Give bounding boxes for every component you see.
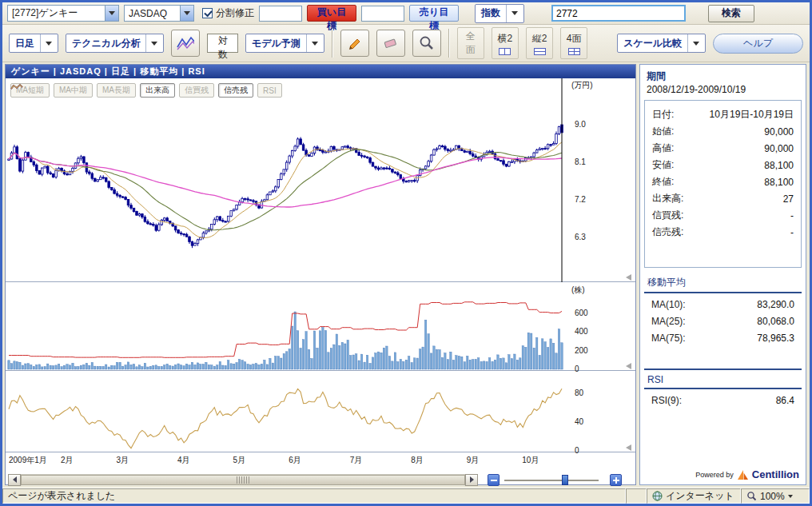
legend-toggle-ma-long[interactable]: MA長期 <box>97 83 136 98</box>
period-dropdown[interactable]: 日足 <box>9 34 58 53</box>
volume-chart[interactable] <box>6 283 570 371</box>
rsi-scale-handle[interactable] <box>626 444 631 451</box>
log-scale-button[interactable]: 対数 <box>207 34 238 53</box>
chart-body: MA短期MA中期MA長期出来高信買残信売残RSI (万円) 9.08.17.26… <box>6 78 635 484</box>
month-label: 9月 <box>467 455 480 466</box>
time-axis: 2009年1月2月3月4月5月6月7月8月9月10月 <box>6 453 635 466</box>
month-label: 4月 <box>177 455 190 466</box>
volume-tick-label: 200 <box>575 346 588 355</box>
internet-zone-icon <box>652 491 663 501</box>
legend-toggle-volume[interactable]: 出来高 <box>140 83 175 98</box>
month-label: 3月 <box>117 455 129 466</box>
zone-label: インターネット <box>666 489 734 503</box>
toolbar-separator <box>332 29 333 58</box>
legend-label: MA中期 <box>59 85 87 96</box>
candlestick-chart[interactable] <box>6 78 570 282</box>
period-label: 期間 <box>647 70 666 83</box>
two-columns-icon <box>499 48 511 55</box>
chart-line-icon <box>177 35 194 51</box>
chevron-down-icon[interactable] <box>506 5 518 22</box>
layout-full-button[interactable]: 全面 <box>457 27 484 59</box>
month-label: 6月 <box>289 455 301 466</box>
quote-row-value: - <box>790 210 794 221</box>
toolbar-separator <box>448 29 450 58</box>
status-zoom-control[interactable]: 100% <box>741 488 810 504</box>
technical-analysis-dropdown[interactable]: テクニカル分析 <box>66 34 164 53</box>
quote-row-label: 安値: <box>652 158 674 172</box>
chart-style-button[interactable] <box>171 30 200 57</box>
chart-title-bar: ゲンキー | JASDAQ | 日足 | 移動平均 | RSI <box>6 65 635 78</box>
chevron-down-icon[interactable] <box>788 495 793 498</box>
chevron-down-icon[interactable] <box>145 34 157 52</box>
symbol-combobox[interactable]: [2772]ゲンキー <box>7 5 119 22</box>
rsi-row-value: 86.4 <box>776 395 794 406</box>
symbol-search-input[interactable] <box>551 5 686 22</box>
help-button[interactable]: ヘルプ <box>713 34 803 54</box>
main-area: ゲンキー | JASDAQ | 日足 | 移動平均 | RSI MA短期MA中期… <box>2 62 810 488</box>
status-zoom-value: 100% <box>760 491 785 502</box>
sell-target-button[interactable]: 売り目標 <box>409 5 459 22</box>
index-dropdown[interactable]: 指数 <box>475 4 524 23</box>
chevron-down-icon[interactable] <box>180 6 193 21</box>
split-adjust-label: 分割修正 <box>216 6 254 20</box>
zoom-tool-button[interactable] <box>412 30 441 57</box>
zoom-out-button[interactable] <box>488 474 500 486</box>
volume-scale-handle[interactable] <box>626 363 631 369</box>
quote-row-label: 日付: <box>652 108 674 122</box>
layout-vertical2-label: 縦2 <box>532 32 547 46</box>
info-panel: 期間 2008/12/19-2009/10/19 日付:10月19日-10月19… <box>639 64 806 485</box>
price-scale-handle[interactable] <box>626 274 631 281</box>
sell-target-input[interactable] <box>361 6 404 22</box>
eraser-button[interactable] <box>376 30 405 57</box>
volume-tick-label: 600 <box>575 309 588 317</box>
quote-row-value: - <box>790 227 794 238</box>
split-adjust-checkbox[interactable] <box>202 8 213 18</box>
status-spacer <box>626 488 647 504</box>
legend-toggle-credit-sell[interactable]: 信売残 <box>218 83 253 98</box>
quote-row: 終値:88,100 <box>652 173 794 190</box>
buy-target-input[interactable] <box>259 6 302 22</box>
index-dropdown-label: 指数 <box>481 6 500 20</box>
rsi-tick-label: 80 <box>575 388 583 397</box>
month-label: 2009年1月 <box>9 455 47 466</box>
layout-quad-button[interactable]: 4面 <box>560 27 587 59</box>
layout-vertical2-button[interactable]: 縦2 <box>526 27 553 59</box>
ma-rows: MA(10):83,290.0MA(25):80,068.0MA(75):78,… <box>644 296 802 346</box>
layout-horizontal2-button[interactable]: 横2 <box>492 27 519 59</box>
scrollbar-track[interactable] <box>21 474 465 486</box>
legend-toggle-rsi[interactable]: RSI <box>257 83 282 98</box>
market-combobox[interactable]: JASDAQ <box>124 5 194 22</box>
scroll-right-button[interactable] <box>465 474 478 486</box>
quad-grid-icon <box>568 48 580 55</box>
search-button[interactable]: 検索 <box>708 5 754 22</box>
chevron-down-icon[interactable] <box>687 34 699 52</box>
quote-row-value: 88,100 <box>764 177 794 188</box>
legend-toggle-ma-mid[interactable]: MA中期 <box>54 83 93 98</box>
split-adjust-toggle[interactable]: 分割修正 <box>202 6 254 20</box>
scrollbar-thumb[interactable] <box>21 475 465 485</box>
rsi-chart[interactable] <box>6 372 570 452</box>
volume-panel[interactable]: (株) 6004002000 <box>6 283 635 371</box>
legend-toggle-credit-buy[interactable]: 信買残 <box>179 83 214 98</box>
scroll-left-button[interactable] <box>8 474 21 486</box>
zoom-slider[interactable] <box>504 474 599 486</box>
chevron-down-icon[interactable] <box>105 6 118 21</box>
zoom-slider-handle[interactable] <box>562 475 568 485</box>
month-label: 2月 <box>61 455 74 466</box>
eraser-icon <box>382 34 400 52</box>
rsi-line-icon <box>10 83 23 90</box>
price-panel[interactable]: MA短期MA中期MA長期出来高信買残信売残RSI (万円) 9.08.17.26… <box>6 78 635 282</box>
chevron-down-icon[interactable] <box>306 34 318 52</box>
period-dropdown-label: 日足 <box>15 37 34 50</box>
security-zone: インターネット <box>647 488 741 504</box>
ma-row-value: 80,068.0 <box>757 316 794 327</box>
zoom-in-button[interactable] <box>610 474 622 486</box>
model-forecast-dropdown[interactable]: モデル予測 <box>245 34 324 53</box>
rsi-panel[interactable]: 80400 <box>6 372 635 452</box>
quote-row: 出来高:27 <box>652 190 794 207</box>
buy-target-button[interactable]: 買い目標 <box>307 5 356 22</box>
scale-compare-dropdown[interactable]: スケール比較 <box>617 34 706 53</box>
quote-row: 信売残:- <box>652 224 794 241</box>
chevron-down-icon[interactable] <box>40 34 52 52</box>
draw-pencil-button[interactable] <box>340 30 369 57</box>
